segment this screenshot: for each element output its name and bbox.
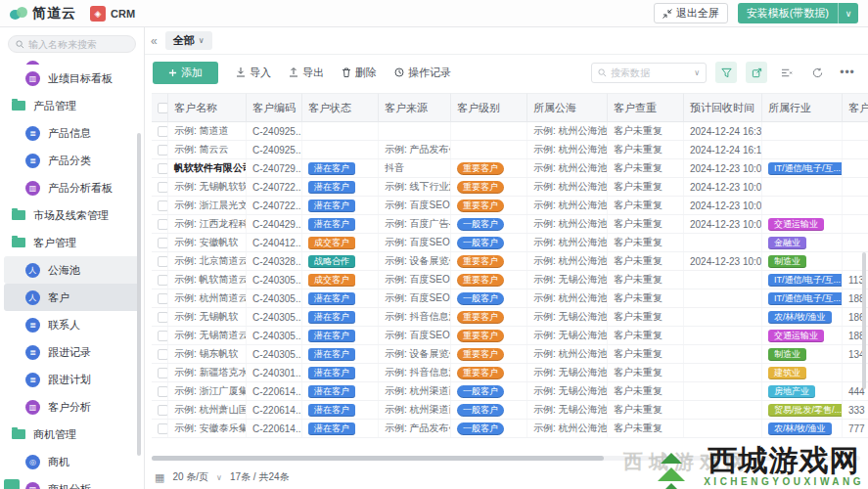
checkbox-icon[interactable] bbox=[158, 386, 168, 397]
filter-button[interactable] bbox=[715, 62, 737, 83]
sidebar-search[interactable] bbox=[8, 35, 136, 53]
column-header[interactable]: 客户名称 bbox=[168, 93, 247, 122]
row-checkbox[interactable] bbox=[152, 252, 168, 270]
row-checkbox[interactable] bbox=[152, 215, 168, 233]
checkbox-icon[interactable] bbox=[158, 219, 168, 230]
column-header[interactable]: 客户状态 bbox=[302, 93, 379, 122]
checkbox-icon[interactable] bbox=[158, 312, 168, 323]
install-template-button[interactable]: 安装模板(带数据) ∨ bbox=[738, 3, 858, 23]
sidebar-item-leaf[interactable]: ≣跟进计划 bbox=[0, 366, 144, 393]
sidebar-item-leaf[interactable]: ≣跟进记录 bbox=[0, 338, 144, 366]
row-checkbox[interactable] bbox=[152, 234, 168, 251]
table-row[interactable]: 示例: 北京简道云...C-240328...战略合作示例: 设备展览促...重… bbox=[152, 252, 868, 271]
page-size-label[interactable]: 20 条/页 bbox=[172, 470, 208, 484]
table-row[interactable]: 示例: 简云云C-240925...示例: 产品发布会...示例: 杭州公海池客… bbox=[152, 141, 868, 159]
table-row[interactable]: 示例: 无锡帆软软件C-240722...潜在客户示例: 线下行业沙龙重要客户示… bbox=[152, 178, 868, 197]
select-all-checkbox[interactable] bbox=[152, 93, 168, 122]
checkbox-icon[interactable] bbox=[158, 423, 168, 434]
column-header[interactable]: 客户查重 bbox=[608, 93, 684, 122]
table-row[interactable]: 示例: 帆软简道云C-240305...成交客户示例: 百度SEO重要客户示例:… bbox=[152, 271, 868, 289]
row-checkbox[interactable] bbox=[152, 401, 168, 419]
column-settings-button[interactable] bbox=[776, 62, 798, 83]
table-row[interactable]: 示例: 无锡简道云C-240305...潜在客户示例: 百度SEO重要客户示例:… bbox=[152, 327, 868, 345]
sidebar-item-group[interactable]: 产品管理 bbox=[0, 92, 144, 119]
sidebar-item-leaf[interactable]: ≣联系人 bbox=[0, 311, 144, 338]
grid-view-icon[interactable]: ▦ bbox=[155, 471, 164, 484]
row-checkbox[interactable] bbox=[152, 197, 168, 214]
checkbox-icon[interactable] bbox=[158, 238, 168, 248]
exit-fullscreen-button[interactable]: 退出全屏 bbox=[654, 3, 728, 23]
table-row[interactable]: 示例: 浙江广厦集团C-220614...潜在客户示例: 杭州渠道商...一般客… bbox=[152, 382, 868, 401]
sidebar-item-leaf[interactable]: ▥客户分析 bbox=[0, 393, 144, 421]
export-button[interactable]: 导出 bbox=[289, 66, 324, 80]
row-checkbox[interactable] bbox=[152, 382, 168, 400]
row-checkbox[interactable] bbox=[152, 141, 168, 158]
sidebar-item-group[interactable]: 商机管理 bbox=[0, 421, 144, 448]
checkbox-icon[interactable] bbox=[158, 293, 168, 304]
more-button[interactable]: ••• bbox=[837, 62, 858, 83]
table-row[interactable]: 示例: 安徽帆软C-240412...成交客户示例: 百度SEO一般客户示例: … bbox=[152, 234, 868, 252]
checkbox-icon[interactable] bbox=[158, 256, 168, 267]
row-checkbox[interactable] bbox=[152, 289, 168, 307]
checkbox-icon[interactable] bbox=[158, 349, 168, 360]
column-header[interactable]: 客户级别 bbox=[451, 93, 527, 122]
sidebar-search-input[interactable] bbox=[28, 39, 126, 50]
install-dropdown-arrow-icon[interactable]: ∨ bbox=[839, 3, 858, 23]
table-row[interactable]: 示例: 新疆塔克水...C-240301...潜在客户示例: 抖音信息流重要客户… bbox=[152, 364, 868, 382]
sidebar-scrollbar[interactable] bbox=[137, 133, 141, 456]
table-search[interactable]: ∨ bbox=[591, 63, 707, 83]
table-row[interactable]: 示例: 简道道C-240925...示例: 杭州公海池客户未重复2024-12-… bbox=[152, 122, 868, 141]
table-row[interactable]: 示例: 杭州萧山国...C-220614...潜在客户示例: 杭州渠道商...一… bbox=[152, 401, 868, 420]
collapse-sidebar-icon[interactable]: « bbox=[151, 34, 158, 48]
operation-log-button[interactable]: 操作记录 bbox=[394, 66, 451, 80]
sidebar-item-leaf[interactable]: ≣产品信息 bbox=[0, 119, 144, 147]
row-checkbox[interactable] bbox=[152, 327, 168, 344]
checkbox-icon[interactable] bbox=[158, 200, 168, 211]
import-button[interactable]: 导入 bbox=[236, 66, 271, 80]
table-row[interactable]: 示例: 锡东帆软C-240305...潜在客户示例: 设备展览促...重要客户示… bbox=[152, 345, 868, 364]
column-header[interactable]: 客户 bbox=[843, 93, 868, 122]
checkbox-icon[interactable] bbox=[158, 405, 168, 416]
column-header[interactable]: 预计回收时间 bbox=[684, 93, 762, 122]
row-checkbox[interactable] bbox=[152, 364, 168, 381]
row-checkbox[interactable] bbox=[152, 345, 168, 363]
search-scope-dropdown-icon[interactable]: ∨ bbox=[694, 68, 700, 77]
delete-button[interactable]: 删除 bbox=[342, 66, 377, 80]
checkbox-icon[interactable] bbox=[158, 182, 168, 193]
row-checkbox[interactable] bbox=[152, 159, 168, 177]
row-checkbox[interactable] bbox=[152, 308, 168, 326]
column-header[interactable]: 所属行业 bbox=[762, 93, 843, 122]
table-row[interactable]: 示例: 无锡帆软C-240305...潜在客户示例: 抖音信息流重要客户示例: … bbox=[152, 308, 868, 327]
page-size-dropdown-icon[interactable]: ∨ bbox=[216, 473, 222, 482]
sidebar-item-leaf[interactable]: ▥商机分析 bbox=[0, 475, 144, 489]
add-button[interactable]: 添加 bbox=[153, 62, 218, 84]
checkbox-icon[interactable] bbox=[158, 275, 168, 286]
share-view-button[interactable] bbox=[746, 62, 767, 83]
column-header[interactable]: 所属公海 bbox=[527, 93, 608, 122]
checkbox-icon[interactable] bbox=[158, 331, 168, 341]
horizontal-scrollbar-thumb[interactable] bbox=[152, 456, 604, 461]
row-checkbox[interactable] bbox=[152, 122, 168, 140]
table-search-input[interactable] bbox=[611, 67, 679, 78]
table-row[interactable]: 示例: 安徽泰乐集团C-220614...潜在客户示例: 产品发布会...一般客… bbox=[152, 420, 868, 438]
column-header[interactable]: 客户编码 bbox=[247, 93, 302, 122]
tab-all[interactable]: 全部∨ bbox=[165, 31, 212, 50]
sidebar-item-leaf[interactable]: ▥产品分析看板 bbox=[0, 174, 144, 201]
sidebar-item-leaf[interactable]: 人公海池 bbox=[4, 256, 140, 284]
table-row[interactable]: 示例: 浙江晨光文...C-240722...潜在客户示例: 百度SEO重要客户… bbox=[152, 197, 868, 215]
sidebar-item-leaf[interactable]: ◎商机 bbox=[0, 448, 144, 475]
checkbox-icon[interactable] bbox=[158, 163, 168, 174]
vertical-scrollbar[interactable] bbox=[862, 252, 866, 389]
refresh-button[interactable] bbox=[806, 62, 828, 83]
row-checkbox[interactable] bbox=[152, 178, 168, 196]
checkbox-icon[interactable] bbox=[158, 145, 168, 156]
sidebar-item-group[interactable]: 客户管理 bbox=[0, 229, 144, 256]
sidebar-item-leaf[interactable]: ▥业绩目标看板 bbox=[0, 65, 144, 92]
table-row[interactable]: 示例: 江西龙程科...C-240429...潜在客户示例: 百度广告-SEM一… bbox=[152, 215, 868, 234]
checkbox-icon[interactable] bbox=[158, 103, 168, 113]
checkbox-icon[interactable] bbox=[158, 368, 168, 378]
table-row[interactable]: 帆软软件有限公司C-240729...潜在客户抖音重要客户示例: 杭州公海池客户… bbox=[152, 159, 868, 178]
table-row[interactable]: 示例: 杭州简道云C-240305...潜在客户示例: 百度SEO一般客户示例:… bbox=[152, 289, 868, 308]
sidebar-item-leaf[interactable]: ≣产品分类 bbox=[0, 147, 144, 174]
row-checkbox[interactable] bbox=[152, 271, 168, 289]
